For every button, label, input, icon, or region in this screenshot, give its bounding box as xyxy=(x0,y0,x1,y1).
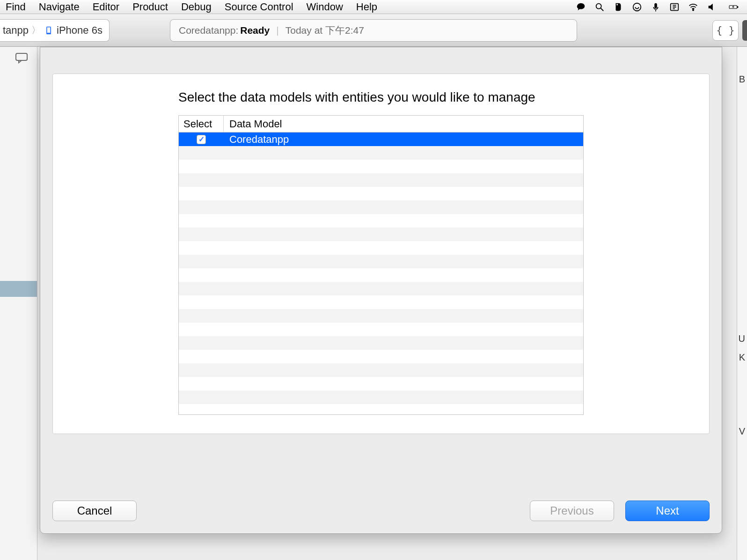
scheme-selector[interactable]: tanpp 〉 iPhone 6s xyxy=(0,19,110,42)
svg-rect-3 xyxy=(654,3,657,8)
activity-project: Coredatanpp: xyxy=(179,25,238,36)
input-method-icon[interactable] xyxy=(668,1,681,13)
volume-icon[interactable] xyxy=(706,1,718,13)
table-row xyxy=(179,323,583,336)
row-model-name: Coredatanpp xyxy=(224,133,583,146)
table-row xyxy=(179,295,583,309)
table-row xyxy=(179,146,583,160)
svg-point-0 xyxy=(596,3,601,8)
menu-navigate[interactable]: Navigate xyxy=(39,1,80,13)
comment-icon[interactable] xyxy=(12,51,31,66)
microphone-icon[interactable] xyxy=(650,1,662,13)
table-row xyxy=(179,173,583,187)
table-row xyxy=(179,200,583,214)
svg-rect-9 xyxy=(47,27,51,33)
evernote-icon[interactable] xyxy=(612,1,624,13)
navigator-selection xyxy=(0,281,37,297)
row-checkbox-cell[interactable] xyxy=(179,135,224,144)
table-row xyxy=(179,309,583,323)
svg-point-5 xyxy=(693,9,694,10)
svg-point-2 xyxy=(633,3,641,11)
table-row xyxy=(179,282,583,295)
simulator-icon xyxy=(44,25,54,36)
assistant-editor-toggle[interactable]: { } xyxy=(712,20,739,41)
previous-button[interactable]: Previous xyxy=(530,501,614,521)
table-row xyxy=(179,228,583,241)
menu-product[interactable]: Product xyxy=(132,1,168,13)
cancel-button[interactable]: Cancel xyxy=(52,501,137,521)
chevron-right-icon: 〉 xyxy=(31,24,41,37)
table-row xyxy=(179,377,583,391)
wifi-icon[interactable] xyxy=(687,1,699,13)
menubar-status-icons xyxy=(575,1,747,13)
inspector-letter-k: K xyxy=(739,352,745,363)
activity-separator: | xyxy=(276,25,278,36)
table-row xyxy=(179,268,583,282)
activity-viewer: Coredatanpp: Ready | Today at 下午2:47 xyxy=(170,19,577,42)
xcode-toolbar: tanpp 〉 iPhone 6s Coredatanpp: Ready | T… xyxy=(0,14,747,47)
activity-status: Ready xyxy=(240,25,270,36)
table-row xyxy=(179,336,583,350)
table-row xyxy=(179,187,583,200)
column-select[interactable]: Select xyxy=(179,116,224,132)
menu-window[interactable]: Window xyxy=(307,1,343,13)
inspector-letter-u: U xyxy=(739,333,745,344)
menu-find[interactable]: Find xyxy=(6,1,26,13)
inspector-letter-b: B xyxy=(739,74,745,85)
dialog-panel: Select the data models with entities you… xyxy=(52,74,710,434)
inspector-edge: B U K V xyxy=(737,47,747,560)
menu-source-control[interactable]: Source Control xyxy=(225,1,293,13)
navigator-gutter xyxy=(0,47,37,560)
table-body: Coredatanpp xyxy=(179,133,583,414)
table-row xyxy=(179,160,583,173)
table-row xyxy=(179,391,583,404)
data-model-table: Select Data Model Coredatanpp xyxy=(178,115,584,415)
scheme-device-name: iPhone 6s xyxy=(57,24,103,37)
dialog-title: Select the data models with entities you… xyxy=(178,90,584,105)
main-area: B U K V Select the data models with enti… xyxy=(0,47,747,560)
managed-object-subclass-sheet: Select the data models with entities you… xyxy=(40,47,722,534)
app-icon[interactable] xyxy=(575,1,587,13)
checkbox[interactable] xyxy=(197,135,206,144)
table-row xyxy=(179,350,583,363)
table-row xyxy=(179,255,583,268)
svg-rect-7 xyxy=(737,6,738,7)
next-button[interactable]: Next xyxy=(625,501,710,521)
menu-debug[interactable]: Debug xyxy=(181,1,212,13)
table-row xyxy=(179,241,583,255)
battery-charging-icon[interactable] xyxy=(725,1,743,13)
activity-time: Today at 下午2:47 xyxy=(286,24,364,37)
svg-line-1 xyxy=(601,8,604,11)
table-row xyxy=(179,214,583,228)
spotlight-icon[interactable] xyxy=(593,1,606,13)
column-data-model[interactable]: Data Model xyxy=(224,116,583,132)
table-row xyxy=(179,363,583,377)
menu-help[interactable]: Help xyxy=(356,1,377,13)
inspector-letter-v: V xyxy=(739,426,745,437)
dialog-button-bar: Cancel Previous Next xyxy=(52,501,710,521)
circle-icon[interactable] xyxy=(631,1,643,13)
scheme-project-name: tanpp xyxy=(3,24,29,37)
svg-rect-10 xyxy=(16,53,27,60)
table-row[interactable]: Coredatanpp xyxy=(179,133,583,146)
right-panel-edge xyxy=(742,20,747,41)
menu-editor[interactable]: Editor xyxy=(93,1,119,13)
system-menubar: Find Navigate Editor Product Debug Sourc… xyxy=(0,0,747,14)
table-header: Select Data Model xyxy=(179,116,583,133)
